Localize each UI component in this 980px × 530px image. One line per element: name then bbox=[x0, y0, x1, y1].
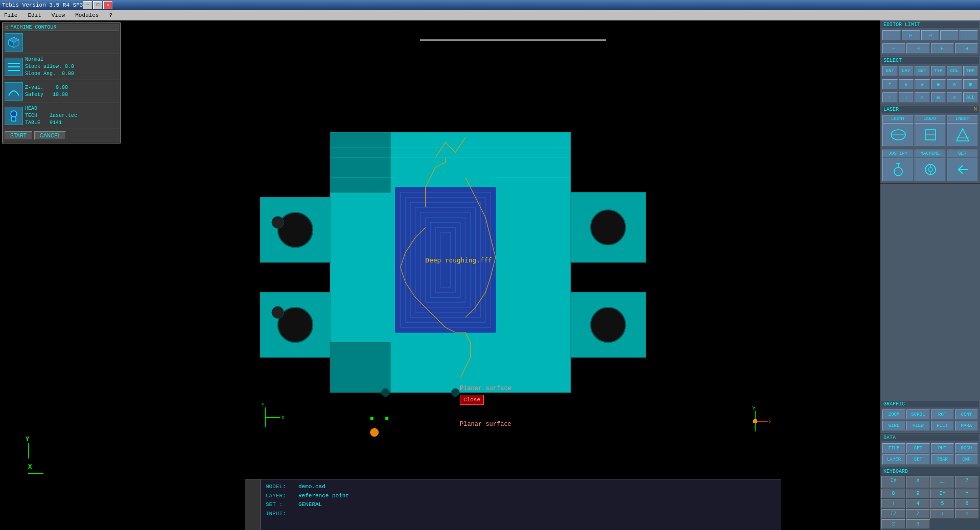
editor-btn-1[interactable]: ⊢ bbox=[902, 30, 920, 40]
graphic-zoom[interactable]: ZOOM bbox=[882, 409, 905, 420]
kb-4[interactable]: 4 bbox=[906, 499, 930, 509]
main-layout: ◻ MACHINE CONTOUR bbox=[0, 20, 980, 530]
kb-5[interactable]: 5 bbox=[930, 499, 954, 509]
data-get[interactable]: GET bbox=[906, 443, 929, 453]
sel-diamond[interactable]: ◈ bbox=[915, 79, 930, 89]
mc-icon-2[interactable] bbox=[5, 58, 23, 76]
sel-target[interactable]: ◎ bbox=[947, 79, 962, 89]
kb-ix[interactable]: IX bbox=[881, 476, 905, 488]
cancel-button[interactable]: CANCEL bbox=[34, 131, 66, 140]
data-put[interactable]: PUT bbox=[931, 443, 954, 453]
kb-2[interactable]: 2 bbox=[881, 519, 905, 529]
menu-modules[interactable]: Modules bbox=[73, 12, 101, 18]
sel-set[interactable]: SET bbox=[915, 66, 930, 76]
data-cnf[interactable]: CNF bbox=[955, 454, 978, 465]
kb-z[interactable]: Z bbox=[906, 509, 930, 519]
sel-typ[interactable]: TYP bbox=[931, 66, 946, 76]
start-button[interactable]: START bbox=[5, 131, 32, 140]
sel-plus[interactable]: + bbox=[882, 79, 898, 89]
svg-point-46 bbox=[928, 167, 932, 172]
svg-text:Y: Y bbox=[261, 402, 265, 408]
titlebar-title: Tebis Version 3.5 R4 SP3 bbox=[2, 2, 83, 8]
mc-icon-3[interactable] bbox=[5, 82, 23, 101]
maximize-button[interactable]: □ bbox=[93, 1, 102, 9]
sel-grid[interactable]: ⊞ bbox=[963, 79, 978, 89]
editor-btn-6[interactable]: ⊣ bbox=[906, 43, 929, 54]
kb-x[interactable]: X bbox=[906, 476, 930, 488]
menu-edit[interactable]: Edit bbox=[26, 12, 43, 18]
kb-y[interactable]: Y bbox=[955, 489, 979, 498]
graphic-filt[interactable]: FILT bbox=[931, 421, 954, 431]
minimize-button[interactable]: — bbox=[83, 1, 92, 9]
viewport[interactable]: STANDARD ▲ ⊞ ⊡ ↺ 🔍 ⊕ ⇄ ↺ ⊞ □ ✈ ↩ ↪ bbox=[123, 20, 880, 530]
kb-8[interactable]: 8 bbox=[881, 489, 905, 498]
kb-7[interactable]: 7 bbox=[955, 476, 979, 488]
graphic-rot[interactable]: ROT bbox=[931, 409, 954, 420]
data-docu[interactable]: DOCU bbox=[955, 443, 978, 453]
statusbar: MODEL: demo.cad LAYER: Reference point S… bbox=[245, 479, 781, 530]
sel-box3[interactable]: ⊡ bbox=[947, 92, 962, 103]
laser-lnest-btn[interactable] bbox=[947, 123, 978, 147]
laser-justify-btn[interactable] bbox=[882, 158, 914, 181]
laser-lcont-label: LCONT bbox=[882, 115, 914, 123]
sel-all[interactable]: ALL bbox=[963, 92, 978, 103]
sel-circle[interactable]: ◉ bbox=[931, 79, 946, 89]
sel-wave[interactable]: ∧ bbox=[899, 79, 914, 89]
sel-box2[interactable]: ⊠ bbox=[931, 92, 946, 103]
data-layer[interactable]: LAYER bbox=[882, 454, 905, 465]
laser-machine-btn[interactable] bbox=[915, 158, 946, 181]
statusbar-mini bbox=[245, 479, 261, 530]
editor-btn-4[interactable]: — bbox=[960, 30, 978, 40]
cad-area[interactable]: Deep roughing.fff X Y bbox=[245, 41, 781, 479]
svg-text:Deep roughing.fff: Deep roughing.fff bbox=[426, 256, 492, 264]
mc-icon-4[interactable] bbox=[5, 107, 23, 125]
kb-9[interactable]: 9 bbox=[906, 489, 930, 498]
menu-view[interactable]: View bbox=[50, 12, 67, 18]
laser-lseat-btn[interactable] bbox=[915, 123, 946, 147]
graphic-cent[interactable]: CENT bbox=[955, 409, 978, 420]
kb-left-arrow[interactable]: ← bbox=[930, 476, 954, 488]
kb-iz[interactable]: IZ bbox=[881, 509, 905, 519]
titlebar: Tebis Version 3.5 R4 SP3 — □ ✕ bbox=[0, 0, 980, 10]
sel-up[interactable]: ↑ bbox=[882, 92, 898, 103]
sel-col[interactable]: COL bbox=[947, 66, 962, 76]
model-label: MODEL: bbox=[266, 483, 296, 492]
kb-6[interactable]: 6 bbox=[955, 499, 979, 509]
svg-rect-27 bbox=[370, 417, 374, 420]
laser-get-btn[interactable] bbox=[947, 158, 978, 181]
mc-icon-1[interactable] bbox=[5, 33, 23, 52]
graphic-scrol[interactable]: SCROL bbox=[906, 409, 929, 420]
data-file[interactable]: FILE bbox=[882, 443, 905, 453]
laser-lcont-btn[interactable] bbox=[882, 123, 914, 147]
graphic-wind[interactable]: WIND bbox=[882, 421, 905, 431]
editor-btn-2[interactable]: ⊣ bbox=[921, 30, 940, 40]
sel-trp[interactable]: TRP bbox=[963, 66, 978, 76]
kb-up-arrow[interactable]: ↑ bbox=[881, 499, 905, 509]
data-set[interactable]: SET bbox=[906, 454, 929, 465]
kb-1[interactable]: 1 bbox=[955, 509, 979, 519]
close-button[interactable]: ✕ bbox=[103, 1, 112, 9]
editor-btn-0[interactable]: — bbox=[882, 30, 901, 40]
graphic-para[interactable]: PARA bbox=[955, 421, 978, 431]
set-label: SET : bbox=[266, 500, 296, 510]
editor-btn-8[interactable]: ⊣ bbox=[955, 43, 978, 54]
editor-btn-3[interactable]: — bbox=[940, 30, 959, 40]
menu-help[interactable]: ? bbox=[107, 12, 114, 18]
sel-box1[interactable]: ⊞ bbox=[915, 92, 930, 103]
graphic-view[interactable]: VIEW bbox=[906, 421, 929, 431]
editor-btn-7[interactable]: ⊢ bbox=[931, 43, 954, 54]
sel-ent[interactable]: ENT bbox=[882, 66, 898, 76]
kb-3[interactable]: 3 bbox=[906, 519, 930, 529]
sel-lay[interactable]: LAY bbox=[899, 66, 914, 76]
mc-row-3: Z-val. 0.00 Safety 10.00 bbox=[4, 80, 119, 103]
model-value: demo.cad bbox=[298, 483, 325, 492]
svg-point-21 bbox=[272, 216, 284, 229]
laser-lnest-label: LNEST bbox=[947, 115, 978, 123]
sel-down[interactable]: ↓ bbox=[899, 92, 914, 103]
kb-down-arrow[interactable]: ↓ bbox=[930, 509, 954, 519]
editor-btn-5[interactable]: ⊢ bbox=[882, 43, 905, 54]
data-tbar[interactable]: TBAR bbox=[931, 454, 954, 465]
kb-iy[interactable]: IY bbox=[930, 489, 954, 498]
menu-file[interactable]: File bbox=[2, 12, 19, 18]
data-section: DATA FILE GET PUT DOCU LAYER SET TBAR CN… bbox=[880, 433, 980, 467]
